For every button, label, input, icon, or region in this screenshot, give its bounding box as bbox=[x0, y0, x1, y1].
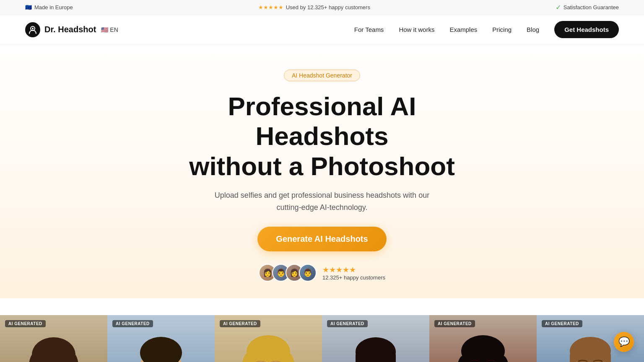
satisfaction-text: Satisfaction Guarantee bbox=[564, 4, 619, 10]
ai-badge-6: AI GENERATED bbox=[542, 320, 582, 327]
gallery-item-3: AI GENERATED bbox=[215, 315, 322, 362]
satisfaction-guarantee: ✓ Satisfaction Guarantee bbox=[556, 3, 619, 11]
hero-title-line2: without a Photoshoot bbox=[189, 152, 455, 181]
nav-link-examples[interactable]: Examples bbox=[449, 26, 477, 33]
shield-icon: ✓ bbox=[556, 3, 561, 11]
svg-rect-50 bbox=[388, 352, 396, 362]
nav-links: For Teams How it works Examples Pricing … bbox=[354, 21, 619, 38]
made-in-europe-text: Made in Europe bbox=[34, 4, 73, 10]
svg-rect-49 bbox=[356, 352, 363, 362]
ai-badge-3: AI GENERATED bbox=[220, 320, 260, 327]
svg-rect-76 bbox=[604, 352, 611, 362]
nav-left: Dr. Headshot 🇺🇸 EN bbox=[25, 22, 118, 37]
logo-text: Dr. Headshot bbox=[44, 25, 96, 34]
nav-link-blog[interactable]: Blog bbox=[527, 26, 539, 33]
social-proof: 👩 👨 👩 👨 ★★★★★ 12.325+ happy customers bbox=[8, 264, 636, 282]
social-label: 12.325+ happy customers bbox=[322, 274, 385, 281]
chat-widget-button[interactable]: 💬 bbox=[614, 332, 634, 352]
logo[interactable]: Dr. Headshot bbox=[25, 22, 96, 37]
gallery-item-1: AI GENERATED bbox=[0, 315, 107, 362]
svg-rect-75 bbox=[570, 352, 576, 362]
hero-section: AI Headshot Generator Professional AI He… bbox=[0, 44, 644, 298]
ai-badge-2: AI GENERATED bbox=[112, 320, 153, 327]
ai-badge-4: AI GENERATED bbox=[327, 320, 368, 327]
ai-badge-5: AI GENERATED bbox=[434, 320, 475, 327]
nav-link-how-it-works[interactable]: How it works bbox=[399, 26, 434, 33]
europe-flag-icon: 🇪🇺 bbox=[25, 4, 32, 10]
gallery-item-5: AI GENERATED bbox=[429, 315, 537, 362]
nav-link-for-teams[interactable]: For Teams bbox=[354, 26, 384, 33]
ai-badge-1: AI GENERATED bbox=[5, 320, 46, 327]
hero-title: Professional AI Headshots without a Phot… bbox=[158, 91, 486, 181]
rating-stars: ★★★★★ bbox=[258, 4, 283, 10]
hero-badge: AI Headshot Generator bbox=[284, 70, 360, 81]
social-stars: ★★★★★ bbox=[322, 265, 385, 274]
logo-icon bbox=[25, 22, 40, 37]
nav-link-pricing[interactable]: Pricing bbox=[492, 26, 512, 33]
gallery-item-4: AI GENERATED bbox=[322, 315, 429, 362]
avatar-4: 👨 bbox=[299, 264, 317, 282]
ai-headshots-gallery: AI GENERATED bbox=[0, 315, 644, 362]
lang-code: EN bbox=[110, 26, 118, 33]
svg-point-1 bbox=[32, 28, 34, 29]
customer-avatars: 👩 👨 👩 👨 bbox=[259, 264, 317, 282]
hero-title-line1: Professional AI Headshots bbox=[228, 92, 416, 150]
customers-text: Used by 12.325+ happy customers bbox=[286, 4, 370, 10]
social-text: ★★★★★ 12.325+ happy customers bbox=[322, 265, 385, 281]
lang-flag: 🇺🇸 bbox=[101, 26, 108, 33]
gallery-item-2: AI GENERATED bbox=[107, 315, 215, 362]
customers-info: ★★★★★ Used by 12.325+ happy customers bbox=[258, 4, 370, 10]
get-headshots-button[interactable]: Get Headshots bbox=[554, 21, 619, 38]
navigation: Dr. Headshot 🇺🇸 EN For Teams How it work… bbox=[0, 15, 644, 44]
generate-headshots-button[interactable]: Generate AI Headshots bbox=[257, 227, 386, 251]
top-bar: 🇪🇺 Made in Europe ★★★★★ Used by 12.325+ … bbox=[0, 0, 644, 15]
language-selector[interactable]: 🇺🇸 EN bbox=[101, 26, 118, 33]
made-in-europe: 🇪🇺 Made in Europe bbox=[25, 4, 73, 10]
hero-subtitle: Upload selfies and get professional busi… bbox=[213, 189, 431, 214]
chat-icon: 💬 bbox=[618, 336, 630, 347]
